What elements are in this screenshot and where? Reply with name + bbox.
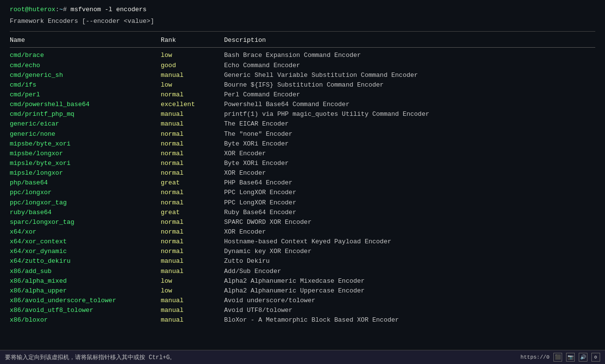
row-name: x86/add_sub <box>10 267 161 276</box>
table-row: mipsbe/longxornormalXOR Encoder <box>10 149 595 159</box>
table-row: mipsle/longxornormalXOR Encoder <box>10 168 595 178</box>
row-rank: normal <box>161 218 224 227</box>
row-name: mipsbe/longxor <box>10 149 161 159</box>
row-desc: Byte XORi Encoder <box>224 159 595 168</box>
row-rank: normal <box>161 198 224 208</box>
row-desc: PPC LongXOR Encoder <box>224 188 595 198</box>
table-row: sparc/longxor_tagnormalSPARC DWORD XOR E… <box>10 218 595 227</box>
row-desc: Zutto Dekiru <box>224 256 595 266</box>
row-name: x64/zutto_dekiru <box>10 256 161 266</box>
row-name: cmd/brace <box>10 51 161 60</box>
table-row: x64/xornormalXOR Encoder <box>10 227 595 237</box>
settings-icon[interactable]: ⚙ <box>591 353 600 362</box>
terminal-window: root@huterox:~# msfvenom -l encoders Fra… <box>0 0 605 350</box>
row-name: cmd/ifs <box>10 80 161 90</box>
row-rank: normal <box>161 227 224 237</box>
row-desc: printf(1) via PHP magic_quotes Utility C… <box>224 109 595 119</box>
prompt-user: root@huterox <box>10 6 56 13</box>
row-name: generic/none <box>10 129 161 139</box>
row-desc: Powershell Base64 Command Encoder <box>224 100 595 109</box>
row-desc: Avoid UTF8/tolower <box>224 306 595 315</box>
row-desc: Alpha2 Alphanumeric Uppercase Encoder <box>224 286 595 296</box>
row-desc: XOR Encoder <box>224 227 595 237</box>
row-name: php/base64 <box>10 178 161 188</box>
row-name: ruby/base64 <box>10 208 161 218</box>
row-desc: BloXor - A Metamorphic Block Based XOR E… <box>224 315 595 325</box>
table-row: ppc/longxor_tagnormalPPC LongXOR Encoder <box>10 198 595 208</box>
table-row: x86/alpha_mixedlowAlpha2 Alphanumeric Mi… <box>10 276 595 286</box>
table-row: cmd/perlnormalPerl Command Encoder <box>10 90 595 100</box>
framework-line: Framework Encoders [--encoder <value>] <box>10 17 595 26</box>
speaker-icon[interactable]: 🔊 <box>579 353 587 362</box>
header-rank: Rank <box>161 36 224 45</box>
row-rank: manual <box>161 306 224 315</box>
table-row: cmd/echogoodEcho Command Encoder <box>10 61 595 71</box>
table-body: cmd/bracelowBash Brace Expansion Command… <box>10 51 595 325</box>
row-name: mipsbe/byte_xori <box>10 139 161 149</box>
row-name: cmd/perl <box>10 90 161 100</box>
prompt-command: msfvenom -l encoders <box>71 6 147 13</box>
row-name: cmd/printf_php_mq <box>10 109 161 119</box>
table-row: x86/avoid_underscore_tolowermanualAvoid … <box>10 296 595 306</box>
header-description: Description <box>224 36 595 45</box>
row-rank: normal <box>161 149 224 159</box>
row-rank: manual <box>161 267 224 276</box>
table-row: cmd/generic_shmanualGeneric Shell Variab… <box>10 71 595 80</box>
row-name: x86/bloxor <box>10 315 161 325</box>
row-desc: SPARC DWORD XOR Encoder <box>224 218 595 227</box>
row-desc: Bash Brace Expansion Command Encoder <box>224 51 595 60</box>
row-desc: Dynamic key XOR Encoder <box>224 247 595 256</box>
table-row: x86/alpha_upperlowAlpha2 Alphanumeric Up… <box>10 286 595 296</box>
statusbar-ip: https://0 <box>521 354 549 360</box>
row-name: cmd/powershell_base64 <box>10 100 161 109</box>
statusbar-text: 要将输入定向到该虚拟机，请将鼠标指针移入其中或按 Ctrl+G。 <box>5 353 175 362</box>
row-rank: manual <box>161 296 224 306</box>
row-rank: normal <box>161 188 224 198</box>
header-name: Name <box>10 36 161 45</box>
row-name: sparc/longxor_tag <box>10 218 161 227</box>
statusbar: 要将输入定向到该虚拟机，请将鼠标指针移入其中或按 Ctrl+G。 https:/… <box>0 350 605 364</box>
row-rank: normal <box>161 168 224 178</box>
row-rank: good <box>161 61 224 71</box>
row-rank: normal <box>161 237 224 247</box>
row-name: x64/xor_dynamic <box>10 247 161 256</box>
row-desc: Perl Command Encoder <box>224 90 595 100</box>
table-row: cmd/ifslowBourne ${IFS} Substitution Com… <box>10 80 595 90</box>
row-name: cmd/generic_sh <box>10 71 161 80</box>
table-row: ruby/base64greatRuby Base64 Encoder <box>10 208 595 218</box>
row-name: mipsle/byte_xori <box>10 159 161 168</box>
row-desc: XOR Encoder <box>224 149 595 159</box>
prompt-line: root@huterox:~# msfvenom -l encoders <box>10 5 595 15</box>
row-name: mipsle/longxor <box>10 168 161 178</box>
top-divider <box>10 31 595 32</box>
row-desc: The "none" Encoder <box>224 129 595 139</box>
row-name: x64/xor_context <box>10 237 161 247</box>
row-desc: Generic Shell Variable Substitution Comm… <box>224 71 595 80</box>
table-row: x86/avoid_utf8_tolowermanualAvoid UTF8/t… <box>10 306 595 315</box>
row-desc: Add/Sub Encoder <box>224 267 595 276</box>
table-row: generic/nonenormalThe "none" Encoder <box>10 129 595 139</box>
row-name: ppc/longxor <box>10 188 161 198</box>
header-divider <box>10 47 595 48</box>
camera-icon[interactable]: 📷 <box>566 353 575 362</box>
row-rank: normal <box>161 139 224 149</box>
table-row: x64/zutto_dekirumanualZutto Dekiru <box>10 256 595 266</box>
row-rank: great <box>161 208 224 218</box>
row-rank: normal <box>161 247 224 256</box>
row-rank: low <box>161 286 224 296</box>
table-header: Name Rank Description <box>10 36 595 45</box>
table-row: php/base64greatPHP Base64 Encoder <box>10 178 595 188</box>
row-rank: normal <box>161 159 224 168</box>
row-rank: manual <box>161 256 224 266</box>
row-desc: Bourne ${IFS} Substitution Command Encod… <box>224 80 595 90</box>
row-rank: normal <box>161 90 224 100</box>
table-row: mipsbe/byte_xorinormalByte XORi Encoder <box>10 139 595 149</box>
row-rank: low <box>161 51 224 60</box>
row-desc: Hostname-based Context Keyed Payload Enc… <box>224 237 595 247</box>
row-desc: PPC LongXOR Encoder <box>224 198 595 208</box>
row-name: x86/alpha_upper <box>10 286 161 296</box>
row-name: x64/xor <box>10 227 161 237</box>
monitor-icon[interactable]: ⬛ <box>553 353 562 362</box>
row-desc: The EICAR Encoder <box>224 119 595 129</box>
row-name: cmd/echo <box>10 61 161 71</box>
